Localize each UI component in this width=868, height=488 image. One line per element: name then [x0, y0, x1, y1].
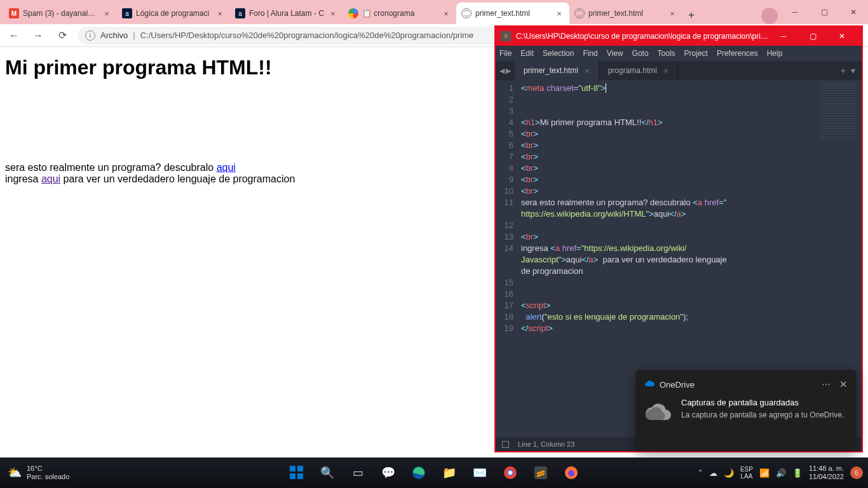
- toast-description: La captura de pantalla se agregó a tu On…: [681, 410, 844, 420]
- svg-point-10: [568, 470, 574, 477]
- menu-selection[interactable]: Selection: [543, 49, 574, 58]
- explorer-icon[interactable]: 📁: [437, 460, 462, 485]
- link-aqui-1[interactable]: aqui: [217, 162, 236, 173]
- sublime-icon: S: [501, 31, 511, 41]
- url-separator: |: [133, 30, 135, 40]
- taskbar: ⛅ 16°C Parc. soleado 🔍 ▭ 💬 📁 ✉️ ˄ ☁ 🌙 ES…: [0, 458, 868, 488]
- svg-rect-3: [297, 473, 303, 479]
- toast-app-name: OneDrive: [660, 380, 695, 390]
- alura-icon: a: [235, 8, 245, 18]
- tab-label: primer_text.html: [524, 66, 578, 75]
- weather-icon: ⛅: [8, 466, 22, 480]
- tab-title: 📋 cronograma: [362, 9, 437, 18]
- browser-tab-cronograma[interactable]: 📋 cronograma ×: [343, 3, 456, 24]
- close-icon[interactable]: ✕: [839, 379, 848, 390]
- onedrive-icon: [644, 379, 654, 390]
- more-icon[interactable]: ⋯: [822, 379, 831, 390]
- language-indicator[interactable]: ESPLAA: [740, 466, 753, 480]
- menu-tools[interactable]: Tools: [658, 49, 675, 58]
- forward-button[interactable]: →: [29, 27, 47, 44]
- close-icon[interactable]: ×: [328, 8, 338, 18]
- tray-onedrive-icon[interactable]: ☁: [709, 468, 717, 478]
- close-icon[interactable]: ×: [441, 8, 451, 18]
- tab-title: Foro | Alura Latam - C: [249, 9, 324, 18]
- close-icon[interactable]: ×: [585, 66, 590, 76]
- url-path: C:/Users/HP/Desktop/curso%20de%20program…: [140, 30, 474, 40]
- battery-icon[interactable]: 🔋: [792, 468, 803, 478]
- chat-icon[interactable]: 💬: [376, 460, 401, 485]
- menu-goto[interactable]: Goto: [632, 49, 649, 58]
- panel-toggle-icon[interactable]: [502, 441, 509, 448]
- minimize-button[interactable]: ─: [769, 27, 798, 46]
- task-view-button[interactable]: ▭: [345, 460, 370, 485]
- tab-title: Spam (3) - dayanaleon: [23, 9, 98, 18]
- link-aqui-2[interactable]: aqui: [41, 173, 60, 184]
- browser-tab-alura2[interactable]: a Foro | Alura Latam - C ×: [230, 3, 343, 24]
- menu-find[interactable]: Find: [583, 49, 597, 58]
- browser-tab-primer-active[interactable]: primer_text.html ×: [456, 3, 569, 24]
- firefox-icon[interactable]: [559, 460, 584, 485]
- notification-badge[interactable]: 6: [850, 466, 863, 479]
- chrome-icon[interactable]: [498, 460, 523, 485]
- tray-chevron-icon[interactable]: ˄: [698, 468, 703, 478]
- wifi-icon[interactable]: 📶: [759, 468, 770, 478]
- close-icon[interactable]: ×: [215, 8, 225, 18]
- menu-view[interactable]: View: [607, 49, 623, 58]
- menu-edit[interactable]: Edit: [520, 49, 534, 58]
- globe-icon: [461, 8, 471, 18]
- menu-preferences[interactable]: Preferences: [717, 49, 758, 58]
- weather-cond: Parc. soleado: [27, 473, 69, 481]
- sublime-taskbar-icon[interactable]: [528, 460, 553, 485]
- close-button[interactable]: ✕: [839, 0, 868, 24]
- close-icon[interactable]: ×: [663, 66, 668, 76]
- profile-avatar[interactable]: [761, 8, 778, 24]
- tab-next-icon[interactable]: ▶: [506, 67, 511, 75]
- new-file-icon[interactable]: +: [841, 65, 846, 76]
- edge-icon[interactable]: [406, 460, 431, 485]
- menu-help[interactable]: Help: [767, 49, 783, 58]
- sublime-titlebar[interactable]: S C:\Users\HP\Desktop\curso de programac…: [496, 27, 862, 46]
- volume-icon[interactable]: 🔊: [776, 468, 786, 478]
- sublime-menubar: File Edit Selection Find View Goto Tools…: [496, 46, 862, 61]
- close-button[interactable]: ✕: [827, 27, 857, 46]
- menu-project[interactable]: Project: [684, 49, 708, 58]
- cursor-position: Line 1, Column 23: [518, 440, 574, 448]
- mail-icon[interactable]: ✉️: [467, 460, 492, 485]
- gcal-icon: [348, 8, 358, 18]
- minimap[interactable]: [817, 80, 862, 150]
- maximize-button[interactable]: ▢: [810, 0, 839, 24]
- tray-moon-icon[interactable]: 🌙: [724, 468, 734, 478]
- new-tab-button[interactable]: +: [682, 6, 700, 24]
- svg-rect-0: [290, 466, 295, 471]
- start-button[interactable]: [284, 460, 309, 485]
- tab-prev-icon[interactable]: ◀: [499, 67, 505, 75]
- clock[interactable]: 11:48 a. m.11/04/2022: [809, 464, 844, 481]
- globe-icon: [574, 8, 585, 18]
- editor-tab-primer[interactable]: primer_text.html ×: [515, 61, 599, 80]
- close-icon[interactable]: ×: [554, 8, 564, 18]
- text: ingresa: [5, 173, 41, 184]
- gmail-icon: [9, 8, 19, 18]
- info-icon: i: [85, 30, 95, 41]
- tab-menu-icon[interactable]: ▾: [851, 65, 855, 76]
- text: para ver un verdedadero lenguaje de prog…: [60, 173, 295, 184]
- taskbar-center: 🔍 ▭ 💬 📁 ✉️: [284, 460, 584, 485]
- search-button[interactable]: 🔍: [315, 460, 340, 485]
- sublime-tabs: ◀▶ primer_text.html × programa.html × +▾: [496, 61, 862, 80]
- minimize-button[interactable]: ─: [780, 0, 810, 24]
- svg-rect-1: [297, 466, 303, 471]
- tab-title: Lógica de programaci: [136, 9, 211, 18]
- close-icon[interactable]: ×: [667, 8, 677, 18]
- back-button[interactable]: ←: [5, 27, 23, 44]
- close-icon[interactable]: ×: [102, 8, 112, 18]
- menu-file[interactable]: File: [499, 49, 512, 58]
- browser-tab-gmail[interactable]: Spam (3) - dayanaleon ×: [4, 3, 117, 24]
- browser-tab-alura1[interactable]: a Lógica de programaci ×: [117, 3, 230, 24]
- reload-button[interactable]: ⟳: [53, 27, 71, 44]
- browser-tab-primer2[interactable]: primer_text.html ×: [569, 3, 682, 24]
- tab-title: primer_text.html: [588, 9, 663, 18]
- weather-widget[interactable]: ⛅ 16°C Parc. soleado: [0, 464, 77, 481]
- maximize-button[interactable]: ▢: [798, 27, 827, 46]
- toast-title: Capturas de pantalla guardadas: [681, 398, 844, 407]
- editor-tab-programa[interactable]: programa.html ×: [599, 61, 678, 80]
